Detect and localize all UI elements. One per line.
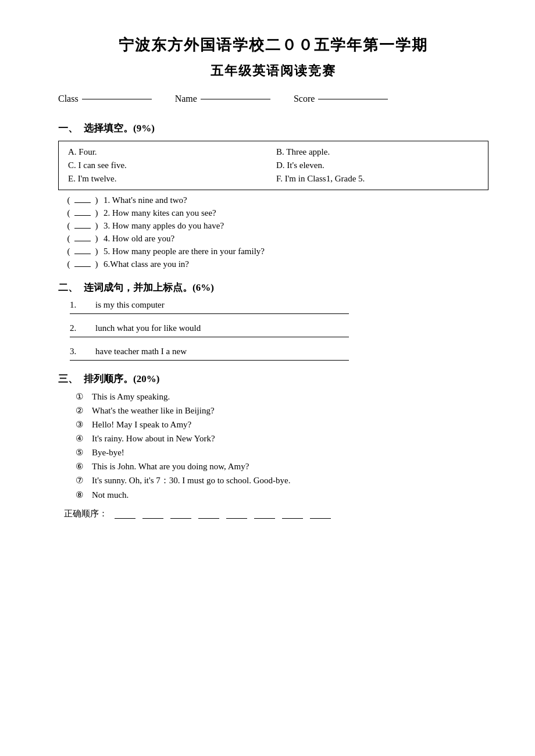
question-5: ( ) 5. How many people are there in your…: [64, 246, 488, 256]
circle-num-2: ②: [76, 405, 87, 416]
ordering-item-5: ⑤ Bye-bye!: [76, 447, 488, 458]
main-title: 宁波东方外国语学校二００五学年第一学期: [58, 35, 488, 55]
order-blank-7[interactable]: [282, 509, 303, 519]
class-label: Class: [58, 94, 79, 104]
circle-num-3: ③: [76, 419, 87, 430]
ordering-text-2: What's the weather like in Beijing?: [92, 406, 215, 416]
info-row: Class Name Score: [58, 94, 488, 104]
section3-title: 三、 排列顺序。(20%): [58, 372, 488, 386]
section1-number: 一、: [58, 122, 78, 135]
class-blank[interactable]: [82, 99, 152, 99]
section3: 三、 排列顺序。(20%) ① This is Amy speaking. ② …: [58, 372, 488, 519]
section1: 一、 选择填空。(9%) A. Four. B. Three apple. C.…: [58, 122, 488, 269]
sentence-block-2: 2. lunch what you for like would: [58, 323, 488, 337]
ordering-list: ① This is Amy speaking. ② What's the wea…: [58, 391, 488, 500]
question-1: ( ) 1. What's nine and two?: [64, 195, 488, 205]
sentence-num-1: 1.: [70, 300, 81, 310]
section2-title: 二、 连词成句，并加上标点。(6%): [58, 281, 488, 294]
ordering-text-8: Not much.: [92, 490, 129, 500]
score-blank[interactable]: [318, 99, 388, 99]
name-blank[interactable]: [201, 99, 270, 99]
sentence-row-1: 1. is my this computer: [58, 300, 488, 310]
order-label: 正确顺序：: [64, 508, 108, 519]
sentence-line-3: [70, 360, 349, 361]
order-blank-6[interactable]: [254, 509, 275, 519]
option-F: F. I'm in Class1, Grade 5.: [276, 174, 479, 184]
sentence-row-2: 2. lunch what you for like would: [58, 323, 488, 333]
answer-options-box: A. Four. B. Three apple. C. I can see fi…: [58, 141, 488, 190]
sentence-num-3: 3.: [70, 347, 81, 356]
option-C: C. I can see five.: [68, 161, 270, 170]
ordering-text-4: It's rainy. How about in New York?: [92, 434, 215, 444]
circle-num-8: ⑧: [76, 490, 87, 500]
section2: 二、 连词成句，并加上标点。(6%) 1. is my this compute…: [58, 281, 488, 361]
sub-title: 五年级英语阅读竞赛: [58, 62, 488, 80]
section1-title: 一、 选择填空。(9%): [58, 122, 488, 135]
order-blank-2[interactable]: [142, 509, 163, 519]
sentence-block-3: 3. have teacher math I a new: [58, 347, 488, 361]
sentence-row-3: 3. have teacher math I a new: [58, 347, 488, 356]
ordering-text-3: Hello! May I speak to Amy?: [92, 420, 191, 430]
order-blank-8[interactable]: [310, 509, 331, 519]
option-D: D. It's eleven.: [276, 161, 479, 170]
circle-num-7: ⑦: [76, 475, 87, 486]
section1-heading: 选择填空。(9%): [84, 122, 155, 135]
ordering-text-7: It's sunny. Oh, it's 7：30. I must go to …: [92, 475, 291, 486]
ordering-text-1: This is Amy speaking.: [92, 392, 170, 402]
sentence-words-1: is my this computer: [95, 300, 165, 310]
ordering-item-2: ② What's the weather like in Beijing?: [76, 405, 488, 416]
section2-number: 二、: [58, 281, 78, 294]
question-list: ( ) 1. What's nine and two? ( ) 2. How m…: [58, 195, 488, 269]
sentence-line-1: [70, 313, 349, 314]
correct-order-row: 正确顺序：: [58, 508, 488, 519]
order-blank-3[interactable]: [170, 509, 191, 519]
question-3: ( ) 3. How many apples do you have?: [64, 220, 488, 231]
ordering-item-3: ③ Hello! May I speak to Amy?: [76, 419, 488, 430]
order-blank-1[interactable]: [115, 509, 135, 519]
score-field: Score: [294, 94, 388, 104]
circle-num-6: ⑥: [76, 461, 87, 472]
question-4: ( ) 4. How old are you?: [64, 233, 488, 244]
sentence-num-2: 2.: [70, 323, 81, 333]
circle-num-1: ①: [76, 391, 87, 402]
section3-number: 三、: [58, 372, 78, 386]
name-label: Name: [175, 94, 197, 104]
option-E: E. I'm twelve.: [68, 174, 270, 184]
sentence-words-2: lunch what you for like would: [95, 323, 201, 333]
ordering-item-8: ⑧ Not much.: [76, 490, 488, 500]
class-field: Class: [58, 94, 152, 104]
section2-heading: 连词成句，并加上标点。(6%): [84, 281, 214, 294]
section3-heading: 排列顺序。(20%): [84, 372, 159, 386]
sentence-words-3: have teacher math I a new: [95, 347, 187, 356]
question-2: ( ) 2. How many kites can you see?: [64, 208, 488, 218]
sentence-line-2: [70, 337, 349, 337]
ordering-item-6: ⑥ This is John. What are you doing now, …: [76, 461, 488, 472]
name-field: Name: [175, 94, 270, 104]
ordering-item-1: ① This is Amy speaking.: [76, 391, 488, 402]
score-label: Score: [294, 94, 315, 104]
option-B: B. Three apple.: [276, 147, 479, 157]
ordering-text-5: Bye-bye!: [92, 448, 124, 458]
order-blank-5[interactable]: [226, 509, 247, 519]
circle-num-4: ④: [76, 433, 87, 444]
circle-num-5: ⑤: [76, 447, 87, 458]
ordering-item-7: ⑦ It's sunny. Oh, it's 7：30. I must go t…: [76, 475, 488, 486]
ordering-text-6: This is John. What are you doing now, Am…: [92, 462, 249, 472]
sentence-block-1: 1. is my this computer: [58, 300, 488, 314]
question-6: ( ) 6.What class are you in?: [64, 259, 488, 269]
option-A: A. Four.: [68, 147, 270, 157]
order-blank-4[interactable]: [198, 509, 219, 519]
ordering-item-4: ④ It's rainy. How about in New York?: [76, 433, 488, 444]
